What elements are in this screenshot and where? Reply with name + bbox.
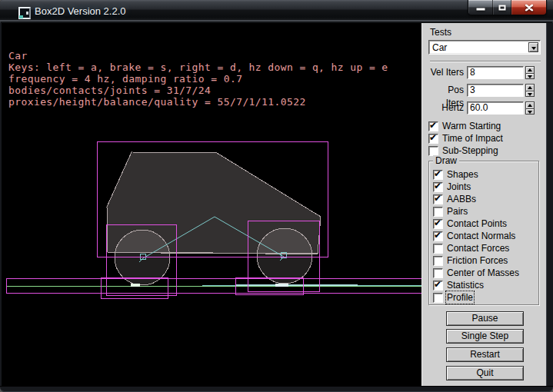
hertz-spinner-down-button[interactable] [525, 108, 535, 115]
vel-iters-spinner [525, 66, 535, 79]
checkbox-aabbs[interactable]: ✔AABBs [433, 194, 476, 204]
panel-separator [430, 61, 541, 62]
contact-normals-checkbox-box[interactable]: ✔ [433, 231, 443, 241]
pause-button[interactable]: Pause [446, 311, 524, 326]
time-of-impact-checkbox-box[interactable]: ✔ [428, 134, 438, 144]
checkbox-statistics[interactable]: ✔Statistics [433, 280, 484, 291]
statistics-checkbox-box[interactable]: ✔ [433, 281, 443, 291]
titlebar[interactable]: Box2D Version 2.2.0 [0, 0, 553, 22]
close-button[interactable] [511, 0, 546, 15]
warm-starting-checkbox-box[interactable]: ✔ [428, 121, 438, 131]
vel-iters-spinner-up-button[interactable] [525, 66, 535, 73]
physics-canvas[interactable]: CarKeys: left = a, brake = s, right = d,… [2, 23, 421, 386]
triangle-down-icon [528, 111, 532, 114]
caption-button-group [468, 0, 547, 15]
app-window: Box2D Version 2.2.0 [0, 0, 553, 392]
checkmark-icon: ✔ [434, 193, 441, 204]
center-of-masses-checkbox-box[interactable] [433, 268, 443, 278]
maximize-button[interactable] [493, 0, 511, 15]
aabbs-checkbox-box[interactable]: ✔ [433, 194, 443, 204]
vel-iters-field[interactable]: 8 [467, 66, 524, 79]
warm-starting-checkbox-label: Warm Starting [442, 121, 501, 131]
pos-iters-row: Pos Iters3 [428, 84, 542, 98]
canvas-info-line: frequency = 4 hz, damping ratio = 0.7 [8, 73, 388, 85]
checkbox-contact-normals[interactable]: ✔Contact Normals [433, 231, 515, 241]
contact-points-checkbox-box[interactable]: ✔ [433, 219, 443, 229]
pairs-checkbox-box[interactable] [433, 207, 443, 217]
pos-iters-spinner-up-button[interactable] [525, 84, 535, 91]
canvas-info-text: CarKeys: left = a, brake = s, right = d,… [8, 50, 388, 108]
draw-group-title: Draw [433, 155, 459, 166]
tests-label: Tests [430, 27, 451, 38]
app-icon-dot [26, 12, 28, 15]
window-frame-bottom [0, 386, 553, 392]
checkbox-sub-stepping[interactable]: Sub-Stepping [428, 145, 498, 156]
pairs-checkbox-label: Pairs [447, 206, 468, 217]
checkbox-center-of-masses[interactable]: Center of Masses [433, 267, 519, 278]
checkmark-icon: ✔ [434, 168, 441, 179]
triangle-up-icon [528, 86, 532, 89]
tests-dropdown-button[interactable] [528, 42, 538, 52]
joints-checkbox-label: Joints [447, 181, 471, 192]
profile-checkbox-box[interactable] [433, 293, 443, 303]
hertz-spinner [525, 101, 535, 115]
minimize-icon [476, 8, 485, 10]
vel-iters-row: Vel Iters8 [428, 66, 542, 80]
sub-stepping-checkbox-box[interactable] [428, 146, 438, 156]
canvas-info-line: proxies/height/balance/quality = 55/7/1/… [8, 96, 388, 108]
pos-iters-field[interactable]: 3 [467, 84, 524, 97]
hertz-field[interactable]: 60.0 [467, 101, 524, 115]
joints-checkbox-box[interactable]: ✔ [433, 182, 443, 192]
hertz-row: Hertz60.0 [428, 101, 542, 115]
restart-button[interactable]: Restart [446, 347, 524, 362]
pos-iters-label: Pos Iters [428, 84, 467, 98]
quit-button[interactable]: Quit [446, 366, 524, 380]
checkmark-icon: ✔ [429, 120, 437, 131]
checkbox-warm-starting[interactable]: ✔Warm Starting [428, 121, 501, 131]
checkbox-contact-forces[interactable]: Contact Forces [433, 243, 509, 254]
canvas-info-line: Car [8, 50, 388, 61]
friction-forces-checkbox-box[interactable] [433, 256, 443, 266]
hertz-label: Hertz [428, 101, 467, 115]
app-icon-teal-pixel [19, 15, 23, 18]
sub-stepping-checkbox-label: Sub-Stepping [442, 145, 498, 156]
window-frame-right [546, 23, 553, 386]
hertz-spinner-up-button[interactable] [525, 101, 535, 108]
triangle-up-icon [528, 68, 532, 71]
triangle-down-icon [528, 75, 532, 78]
vel-iters-label: Vel Iters [428, 66, 467, 80]
app-icon [18, 7, 31, 19]
checkbox-joints[interactable]: ✔Joints [433, 181, 471, 192]
contact-points-checkbox-label: Contact Points [447, 218, 507, 229]
shapes-checkbox-label: Shapes [447, 169, 478, 180]
tests-dropdown-value: Car [432, 42, 447, 53]
contact-point-rear [131, 284, 140, 287]
pos-iters-spinner-down-button[interactable] [525, 91, 535, 97]
checkbox-contact-points[interactable]: ✔Contact Points [433, 218, 507, 229]
checkbox-time-of-impact[interactable]: ✔Time of Impact [428, 133, 503, 144]
canvas-info-line: bodies/contacts/joints = 31/7/24 [8, 85, 388, 96]
minimize-button[interactable] [468, 0, 493, 15]
canvas-info-line: Keys: left = a, brake = s, right = d, hz… [8, 61, 388, 73]
vel-iters-spinner-down-button[interactable] [525, 73, 535, 79]
checkbox-pairs[interactable]: Pairs [433, 206, 468, 217]
aabbs-checkbox-label: AABBs [447, 194, 476, 204]
shapes-checkbox-box[interactable]: ✔ [433, 170, 443, 180]
tests-dropdown[interactable]: Car [428, 40, 541, 55]
checkbox-friction-forces[interactable]: Friction Forces [433, 255, 508, 266]
contact-forces-checkbox-label: Contact Forces [447, 243, 509, 254]
checkmark-icon: ✔ [434, 279, 441, 290]
checkmark-icon: ✔ [434, 230, 441, 241]
friction-forces-checkbox-label: Friction Forces [447, 255, 508, 266]
checkbox-shapes[interactable]: ✔Shapes [433, 169, 478, 180]
checkmark-icon: ✔ [429, 132, 437, 143]
window-title: Box2D Version 2.2.0 [35, 5, 126, 17]
checkbox-profile[interactable]: Profile [433, 292, 473, 303]
statistics-checkbox-label: Statistics [447, 280, 484, 291]
contact-forces-checkbox-box[interactable] [433, 244, 443, 254]
single-step-button[interactable]: Single Step [446, 329, 524, 344]
time-of-impact-checkbox-label: Time of Impact [442, 133, 503, 144]
pos-iters-spinner [525, 84, 535, 97]
center-of-masses-checkbox-label: Center of Masses [447, 267, 519, 278]
triangle-up-icon [528, 104, 532, 107]
